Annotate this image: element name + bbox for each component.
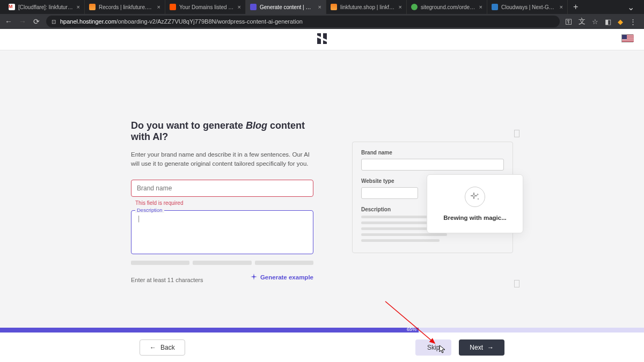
site-info-icon[interactable]: ⊡ xyxy=(52,19,56,25)
profile-icon[interactable]: ◆ xyxy=(618,18,623,26)
skip-button[interactable]: Skip xyxy=(415,339,451,356)
preview-pane: Brand name Website type Description Brew… xyxy=(352,120,513,283)
back-nav-icon[interactable]: ← xyxy=(4,17,13,26)
menu-icon[interactable]: ⋮ xyxy=(630,18,636,26)
hostinger-logo-icon[interactable] xyxy=(317,33,327,46)
close-icon[interactable]: × xyxy=(560,4,563,10)
close-icon[interactable]: × xyxy=(157,4,160,10)
arrow-left-icon: ← xyxy=(150,344,156,351)
forward-nav-icon: → xyxy=(18,17,27,26)
browser-chrome: M[Cloudflare]: linkfuture.shop |× Record… xyxy=(0,0,644,29)
svg-rect-5 xyxy=(622,41,634,41)
svg-point-8 xyxy=(478,198,479,200)
browser-tab[interactable]: Cloudways | Next-Gen Cloud× xyxy=(487,0,568,14)
sparkle-icon xyxy=(251,274,257,281)
bookmark-icon[interactable]: ☆ xyxy=(592,18,598,26)
brand-error-text: This field is required xyxy=(135,200,313,206)
browser-tab[interactable]: siteground.com/order-verific× xyxy=(407,0,487,14)
sparkle-icon xyxy=(465,187,485,207)
description-textarea[interactable]: | xyxy=(131,210,313,254)
arrow-right-icon: → xyxy=(487,344,494,351)
new-tab-button[interactable]: + xyxy=(568,2,583,12)
generate-example-button[interactable]: Generate example xyxy=(251,274,313,281)
browser-tab[interactable]: linkfuture.shop | linkfuture.sh× xyxy=(326,0,407,14)
brewing-text: Brewing with magic... xyxy=(443,215,507,221)
extension-icon[interactable]: ◧ xyxy=(605,18,611,26)
browser-tab-active[interactable]: Generate content | Hostinger× xyxy=(246,0,326,14)
page-subtitle: Enter your brand name and describe it in… xyxy=(131,150,313,169)
svg-rect-4 xyxy=(622,39,634,40)
main-content: Do you want to generate Blog content wit… xyxy=(0,50,644,283)
progress-bar: 65% xyxy=(0,328,644,333)
footer-nav: ← Back Skip Next → xyxy=(0,333,644,362)
close-icon[interactable]: × xyxy=(318,4,321,10)
suggestion-skeletons xyxy=(131,261,313,265)
progress-percent: 65% xyxy=(407,327,416,332)
address-bar: ← → ⟳ ⊡ hpanel.hostinger.com/onboarding-… xyxy=(0,14,644,29)
browser-tab[interactable]: Records | linkfuture.shop | M× xyxy=(85,0,165,14)
preview-type-input xyxy=(361,187,418,199)
url-input[interactable]: ⊡ hpanel.hostinger.com/onboarding-v2/AzZ… xyxy=(46,16,560,27)
key-icon[interactable]: ⚿ xyxy=(565,18,572,26)
close-icon[interactable]: × xyxy=(479,4,482,10)
page-title: Do you want to generate Blog content wit… xyxy=(131,120,313,143)
close-icon[interactable]: × xyxy=(399,4,402,10)
char-hint: Enter at least 11 characters xyxy=(131,277,203,283)
next-button[interactable]: Next → xyxy=(459,339,504,356)
close-icon[interactable]: × xyxy=(238,4,241,10)
close-icon[interactable]: × xyxy=(77,4,80,10)
reload-icon[interactable]: ⟳ xyxy=(32,17,41,26)
language-flag-us[interactable] xyxy=(621,34,633,42)
description-label: Description xyxy=(135,207,164,213)
tab-strip: M[Cloudflare]: linkfuture.shop |× Record… xyxy=(0,0,644,14)
page-header xyxy=(0,29,644,50)
preview-brand-label: Brand name xyxy=(361,150,504,156)
svg-rect-7 xyxy=(622,35,627,39)
browser-tab[interactable]: Your Domains listed in one pl× xyxy=(165,0,246,14)
browser-tab[interactable]: M[Cloudflare]: linkfuture.shop |× xyxy=(4,0,85,14)
brand-name-input[interactable] xyxy=(131,180,313,197)
preview-brand-input xyxy=(361,159,504,171)
translate-icon[interactable]: 文 xyxy=(579,17,586,26)
brewing-overlay: Brewing with magic... xyxy=(427,174,523,233)
chevron-down-icon[interactable]: ⌄ xyxy=(627,2,634,12)
back-button[interactable]: ← Back xyxy=(140,339,185,356)
